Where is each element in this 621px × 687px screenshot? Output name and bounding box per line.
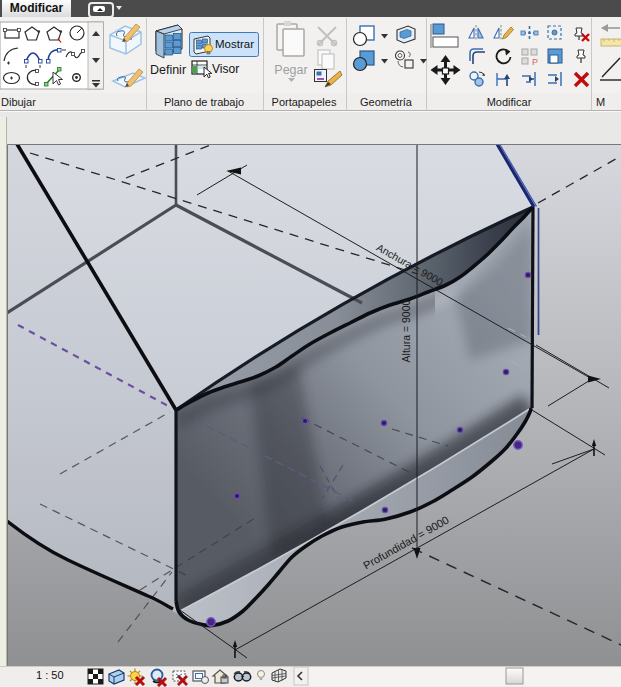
svg-text:Visor: Visor <box>212 62 239 76</box>
svg-text:Pegar: Pegar <box>274 63 307 77</box>
svg-text:P: P <box>532 57 538 67</box>
svg-text:Geometría: Geometría <box>360 96 413 108</box>
svg-text:Mostrar: Mostrar <box>215 38 254 50</box>
svg-text:Dibujar: Dibujar <box>1 96 36 108</box>
svg-text:Modificar: Modificar <box>487 96 532 108</box>
svg-text:M: M <box>596 96 605 108</box>
svg-text:Plano de trabajo: Plano de trabajo <box>164 96 244 108</box>
svg-text:Portapapeles: Portapapeles <box>272 96 337 108</box>
svg-text:Altura = 9000: Altura = 9000 <box>400 299 412 362</box>
svg-text:Definir: Definir <box>150 63 186 77</box>
